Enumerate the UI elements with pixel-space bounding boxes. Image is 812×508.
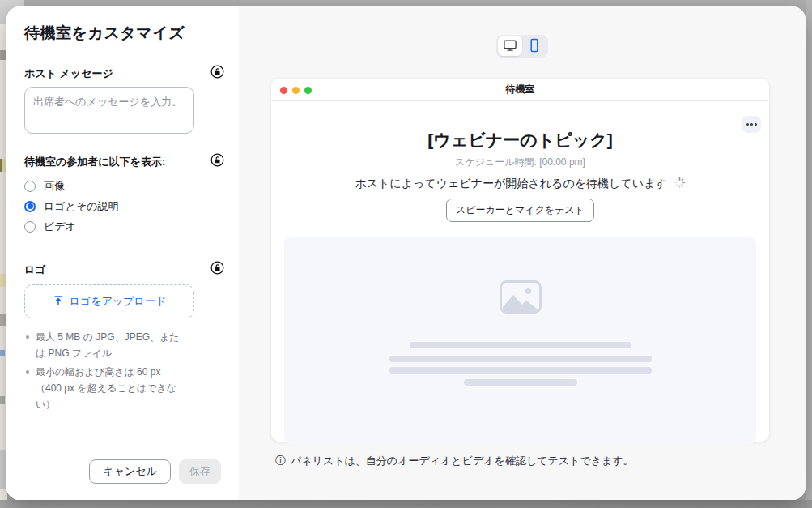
dialog-title: 待機室をカスタマイズ xyxy=(24,23,224,44)
preview-titlebar: 待機室 xyxy=(271,79,769,101)
background-fragment xyxy=(0,314,6,326)
background-fragment xyxy=(0,159,6,172)
background-page-strip xyxy=(806,0,812,508)
logo-requirements: 最大 5 MB の JPG、JPEG、または PNG ファイル 最小の幅および高… xyxy=(24,329,224,412)
more-options-button[interactable] xyxy=(742,116,761,133)
window-traffic-lights xyxy=(280,79,312,101)
radio-label: ロゴとその説明 xyxy=(44,199,119,214)
minimize-window-icon xyxy=(292,87,300,94)
mobile-icon xyxy=(529,38,540,55)
display-options-label: 待機室の参加者に以下を表示: xyxy=(24,153,165,169)
settings-form: 待機室をカスタマイズ ホスト メッセージ 待機室の参加者に以下を表示: xyxy=(6,6,239,421)
background-fragment xyxy=(0,350,5,356)
skeleton-line xyxy=(410,342,631,348)
waiting-message: ホストによってウェビナーが開始されるのを待機しています xyxy=(355,177,666,191)
cancel-button[interactable]: キャンセル xyxy=(89,459,171,484)
ellipsis-icon xyxy=(746,123,749,126)
unlock-icon xyxy=(210,157,224,169)
radio-button[interactable] xyxy=(24,181,36,192)
host-message-input[interactable] xyxy=(24,87,194,134)
spinner-icon xyxy=(674,177,686,191)
display-options-group: 画像 ロゴとその説明 ビデオ xyxy=(24,176,224,237)
upload-icon xyxy=(53,295,64,309)
upload-logo-label: ロゴをアップロード xyxy=(70,294,166,309)
radio-label: ビデオ xyxy=(44,220,76,234)
unlock-icon xyxy=(210,69,224,81)
radio-option-logo-description[interactable]: ロゴとその説明 xyxy=(24,196,224,216)
radio-button[interactable] xyxy=(24,221,36,233)
radio-option-video[interactable]: ビデオ xyxy=(24,216,224,237)
ellipsis-icon xyxy=(755,123,757,126)
save-button[interactable]: 保存 xyxy=(179,459,221,484)
test-speaker-mic-button[interactable]: スピーカーとマイクをテスト xyxy=(446,199,594,222)
desktop-icon xyxy=(503,39,517,54)
logo-label: ロゴ xyxy=(24,261,46,277)
preview-window-title: 待機室 xyxy=(506,83,535,96)
maximize-window-icon xyxy=(304,87,312,94)
host-message-label: ホスト メッセージ xyxy=(24,65,113,81)
logo-requirement-item: 最小の幅および高さは 60 px（400 px を超えることはできない） xyxy=(24,364,186,412)
device-preview-toggle xyxy=(496,35,548,58)
customize-waiting-room-dialog: 待機室をカスタマイズ ホスト メッセージ 待機室の参加者に以下を表示: xyxy=(6,6,806,500)
skeleton-line xyxy=(389,367,652,374)
unlock-icon xyxy=(210,265,224,277)
waiting-room-preview-window: 待機室 [ウェビナーのトピック] スケジュール時間: [00:00 pm] ホス… xyxy=(271,79,769,442)
skeleton-line xyxy=(389,356,652,362)
radio-label: 画像 xyxy=(44,179,65,194)
upload-logo-button[interactable]: ロゴをアップロード xyxy=(24,284,194,318)
display-options-lock-button[interactable] xyxy=(210,153,224,167)
background-fragment xyxy=(0,50,6,60)
host-message-lock-button[interactable] xyxy=(210,65,224,79)
preview-panel: 待機室 [ウェビナーのトピック] スケジュール時間: [00:00 pm] ホス… xyxy=(239,6,806,500)
logo-lock-button[interactable] xyxy=(210,261,224,275)
background-fragment xyxy=(0,396,5,404)
logo-placeholder-area xyxy=(284,237,756,444)
settings-panel: 待機室をカスタマイズ ホスト メッセージ 待機室の参加者に以下を表示: xyxy=(6,6,239,500)
background-page-strip xyxy=(0,500,812,508)
webinar-topic: [ウェビナーのトピック] xyxy=(271,129,769,152)
text-skeleton xyxy=(284,342,756,386)
background-fragment xyxy=(0,274,6,287)
ellipsis-icon xyxy=(750,123,753,126)
desktop-view-button[interactable] xyxy=(498,36,522,56)
skeleton-line xyxy=(464,379,577,386)
mobile-view-button[interactable] xyxy=(522,36,546,56)
schedule-time: スケジュール時間: [00:00 pm] xyxy=(271,156,769,169)
logo-requirement-item: 最大 5 MB の JPG、JPEG、または PNG ファイル xyxy=(24,329,186,361)
dialog-footer: キャンセル 保存 xyxy=(6,421,239,500)
radio-option-image[interactable]: 画像 xyxy=(24,176,224,196)
image-placeholder-icon xyxy=(500,280,542,314)
radio-button-selected[interactable] xyxy=(24,201,36,212)
info-icon: ⓘ xyxy=(275,454,286,468)
panelist-note-text: パネリストは、自分のオーディオとビデオを確認してテストできます。 xyxy=(291,454,634,468)
close-window-icon xyxy=(280,87,287,94)
panelist-note: ⓘ パネリストは、自分のオーディオとビデオを確認してテストできます。 xyxy=(275,454,634,468)
